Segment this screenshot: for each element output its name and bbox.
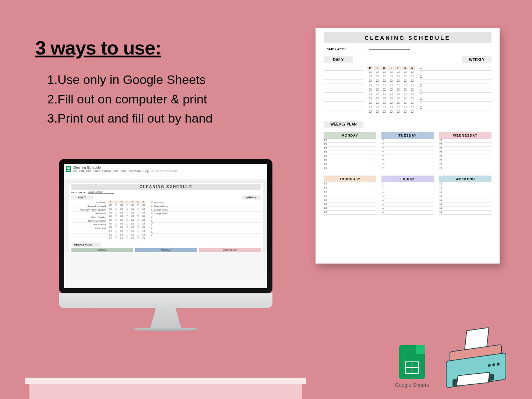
google-sheets-badge: Google Sheets [395,345,429,388]
usage-list: 1.Use only in Google Sheets 2.Fill out o… [47,70,213,128]
google-sheets-ui: Cleaning Schedule FileEditViewInsertForm… [64,164,267,253]
printer-icon [444,338,506,388]
doc-title: Cleaning Schedule [73,166,177,169]
printed-template: CLEANING SCHEDULE DATE / WEEK: DAILY WEE… [316,28,500,264]
imac-mockup: Cleaning Schedule FileEditViewInsertForm… [59,159,272,339]
desk-surface [29,384,302,399]
google-sheets-icon [399,345,425,379]
toolbar [64,174,267,179]
column-headers [64,179,267,183]
badges: Google Sheets [395,338,506,388]
row-headers [64,183,69,253]
desk-edge [25,378,306,384]
spreadsheet-content: CLEANING SCHEDULE DATE / WEEK:4/1/22 - 4… [69,183,263,253]
page-heading: 3 ways to use: [35,37,161,59]
sheets-icon [66,166,71,172]
menu-bar: FileEditViewInsertFormatDataToolsExtensi… [73,170,177,172]
